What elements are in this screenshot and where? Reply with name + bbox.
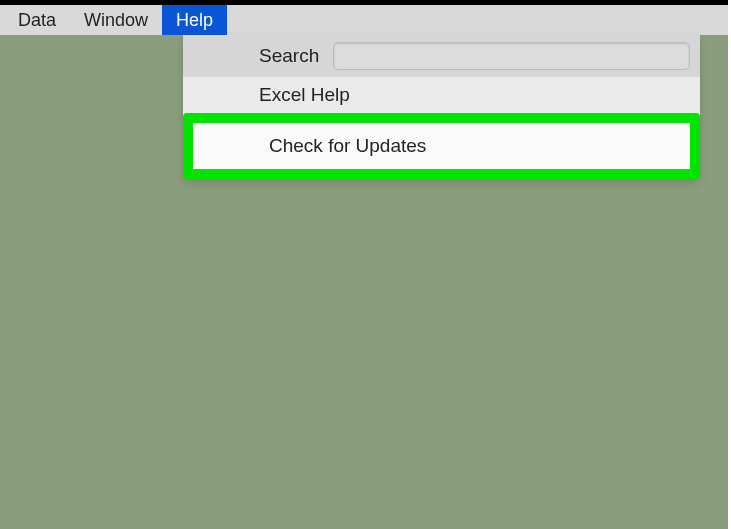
tutorial-highlight-frame: Check for Updates	[183, 113, 700, 179]
dropdown-item-excel-help[interactable]: Excel Help	[183, 77, 700, 113]
search-label: Search	[259, 45, 319, 67]
search-input[interactable]	[333, 42, 690, 70]
dropdown-item-check-for-updates[interactable]: Check for Updates	[193, 123, 690, 169]
menu-data[interactable]: Data	[0, 5, 70, 35]
menu-help[interactable]: Help	[162, 5, 227, 35]
dropdown-item-label: Check for Updates	[269, 135, 426, 157]
help-dropdown: Search Excel Help Check for Updates	[183, 35, 700, 179]
menubar: Data Window Help	[0, 5, 731, 35]
menu-window[interactable]: Window	[70, 5, 162, 35]
dropdown-item-label: Excel Help	[259, 84, 350, 106]
dropdown-search-row: Search	[183, 35, 700, 77]
